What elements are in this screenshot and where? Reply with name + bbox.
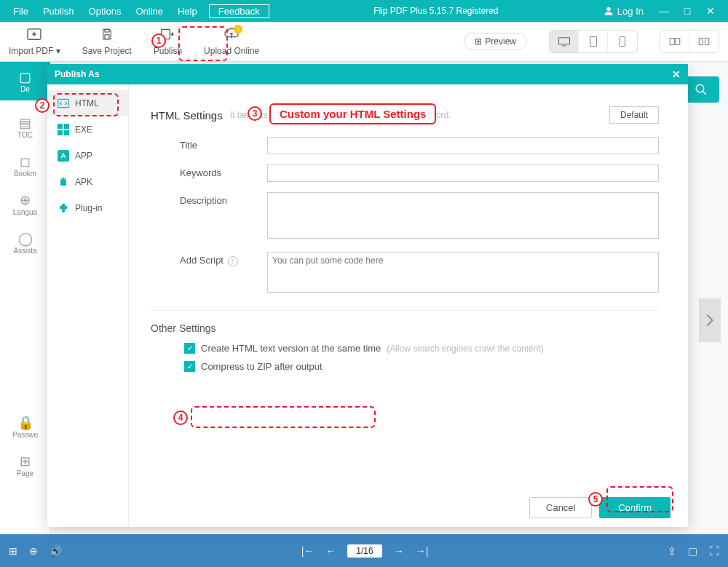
rail-page[interactable]: ⊞ Page	[0, 446, 50, 485]
check-html-text[interactable]: ✓ Create HTML text version at the same t…	[184, 343, 659, 354]
preview-icon: ⊞	[475, 36, 482, 47]
side-apk[interactable]: APK	[47, 169, 128, 195]
next-arrow[interactable]	[699, 298, 721, 342]
page-indicator[interactable]: 1/16	[347, 544, 381, 558]
html-icon	[58, 98, 69, 109]
svg-rect-7	[620, 37, 625, 47]
menu-publish[interactable]: Publish	[36, 6, 82, 17]
label-keywords: Keywords	[151, 164, 267, 182]
check-compress-zip[interactable]: ✓ Compress to ZIP after output	[184, 361, 659, 372]
section-title: HTML Settings	[151, 109, 223, 122]
zoom-icon[interactable]: ⊕	[29, 545, 38, 557]
close-button[interactable]: ✕	[699, 5, 722, 17]
preview-button[interactable]: ⊞ Preview	[464, 33, 527, 50]
feedback-button[interactable]: Feedback	[209, 4, 269, 18]
input-keywords[interactable]	[267, 164, 659, 182]
device-phone[interactable]	[608, 31, 637, 52]
checkbox-icon: ✓	[184, 343, 195, 354]
publish-modal: Publish As ✕ HTML EXE APP APK Plug-in	[47, 64, 688, 527]
toolbar: Import PDF ▾ Save Project Publish ! Uplo…	[0, 22, 728, 62]
rail-bookmark[interactable]: ◻ Bookm	[0, 146, 50, 185]
layout-single[interactable]	[689, 31, 719, 52]
page-icon: ⊞	[0, 453, 50, 469]
thumbnails-icon[interactable]: ⊞	[9, 545, 17, 557]
prev-page-icon[interactable]: ←	[325, 545, 336, 557]
menu-help[interactable]: Help	[170, 6, 205, 17]
side-html[interactable]: HTML	[47, 90, 128, 116]
design-icon: ▢	[0, 69, 50, 85]
fullscreen-icon[interactable]: ⛶	[709, 545, 719, 557]
next-page-icon[interactable]: →	[394, 545, 404, 557]
modal-content: HTML Settings It benefits the serach eng…	[129, 84, 688, 527]
svg-point-10	[696, 84, 704, 92]
publish-button[interactable]: Publish	[154, 28, 182, 56]
more-icon[interactable]: ▢	[688, 545, 697, 557]
cancel-button[interactable]: Cancel	[529, 497, 592, 518]
bookmark-icon: ◻	[0, 154, 50, 170]
import-pdf-button[interactable]: Import PDF ▾	[9, 28, 60, 56]
svg-rect-12	[58, 124, 63, 129]
search-button[interactable]	[683, 76, 719, 103]
last-page-icon[interactable]: →|	[416, 545, 429, 557]
menu-file[interactable]: File	[6, 6, 36, 17]
svg-rect-6	[590, 36, 596, 46]
modal-close-button[interactable]: ✕	[672, 68, 681, 80]
rail-language[interactable]: ⊕ Langua	[0, 185, 50, 223]
first-page-icon[interactable]: |←	[301, 545, 314, 557]
app-icon	[58, 150, 69, 162]
chevron-right-icon	[704, 312, 716, 328]
sound-icon[interactable]: 🔊	[50, 545, 62, 557]
rail-password[interactable]: 🔒 Passwo	[0, 408, 50, 446]
label-addscript: Add Script ?	[151, 252, 267, 296]
toc-icon: ▤	[0, 115, 50, 131]
share-icon[interactable]: ⇪	[668, 545, 676, 557]
menu-options[interactable]: Options	[82, 6, 129, 17]
layout-book[interactable]	[660, 31, 689, 52]
confirm-button[interactable]: Confirm	[599, 497, 670, 518]
rail-assistant[interactable]: ◯ Assista	[0, 223, 50, 262]
minimize-button[interactable]: —	[652, 5, 676, 17]
save-icon	[100, 28, 114, 44]
svg-rect-8	[699, 39, 703, 45]
plugin-icon	[58, 202, 69, 214]
login-button[interactable]: Log In	[603, 5, 644, 17]
android-icon	[58, 176, 69, 188]
svg-rect-13	[64, 124, 69, 129]
windows-icon	[58, 124, 69, 135]
help-icon[interactable]: ?	[228, 256, 238, 266]
side-app[interactable]: APP	[47, 143, 128, 169]
svg-point-18	[64, 178, 66, 180]
upload-online-button[interactable]: ! Upload Online	[204, 28, 259, 56]
input-addscript[interactable]	[267, 252, 659, 293]
import-icon	[26, 28, 42, 44]
svg-point-0	[606, 7, 610, 11]
input-title[interactable]	[267, 137, 659, 154]
label-description: Description	[151, 192, 267, 242]
svg-rect-9	[705, 39, 709, 45]
side-exe[interactable]: EXE	[47, 116, 128, 143]
menu-online[interactable]: Online	[128, 6, 170, 17]
svg-point-17	[61, 178, 63, 180]
user-icon	[603, 5, 614, 17]
layout-group	[660, 30, 719, 53]
maximize-button[interactable]: □	[676, 5, 699, 17]
section-hint: It benefits the serach engine to identif…	[230, 110, 451, 120]
device-tablet[interactable]	[579, 31, 608, 52]
svg-rect-5	[558, 38, 569, 44]
rail-design[interactable]: ▢ De	[0, 62, 50, 100]
input-description[interactable]	[267, 192, 659, 239]
svg-rect-2	[105, 29, 109, 32]
side-plugin[interactable]: Plug-in	[47, 195, 128, 221]
publish-icon	[160, 28, 175, 44]
label-title: Title	[151, 137, 267, 154]
modal-title: Publish As	[55, 69, 100, 79]
save-project-button[interactable]: Save Project	[82, 28, 132, 56]
rail-toc[interactable]: ▤ TOC	[0, 108, 50, 146]
device-desktop[interactable]	[550, 31, 579, 52]
device-group	[549, 30, 638, 53]
checkbox-icon: ✓	[184, 361, 195, 372]
globe-icon: ⊕	[0, 192, 50, 208]
default-button[interactable]: Default	[609, 106, 659, 124]
bottom-bar: ⊞ ⊕ 🔊 |← ← 1/16 → →| ⇪ ▢ ⛶	[0, 534, 728, 567]
search-icon	[695, 83, 708, 96]
